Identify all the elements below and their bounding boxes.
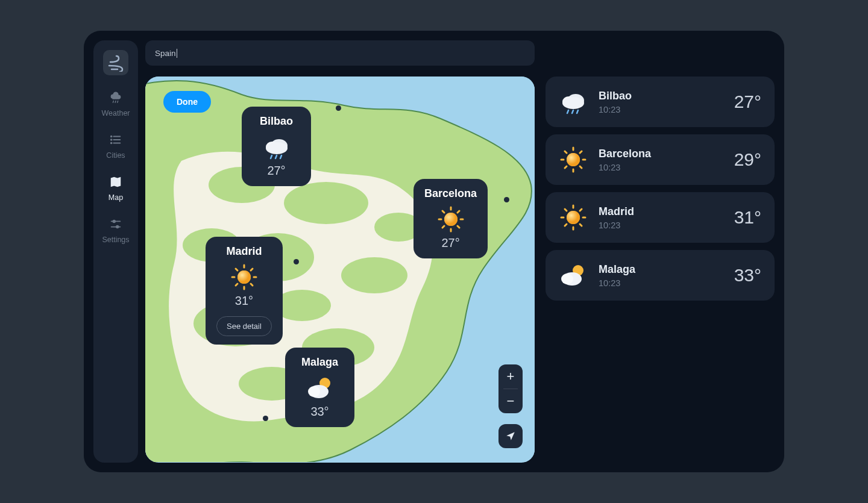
sun-icon bbox=[436, 205, 465, 234]
app-frame: Weather Cities Map Settings Spain bbox=[84, 31, 784, 472]
map-pin-bilbao[interactable]: Bilbao 27° bbox=[242, 107, 311, 186]
svg-line-20 bbox=[115, 101, 116, 103]
sliders-icon bbox=[109, 217, 122, 231]
svg-point-34 bbox=[284, 182, 368, 224]
zoom-controls: + − bbox=[498, 364, 523, 413]
nav-item-map[interactable]: Map bbox=[108, 175, 123, 202]
nav-item-cities[interactable]: Cities bbox=[106, 133, 125, 160]
svg-line-21 bbox=[118, 101, 118, 103]
city-info: Malaga 10:23 bbox=[599, 263, 723, 288]
city-card-malaga[interactable]: Malaga 10:23 33° bbox=[546, 250, 775, 301]
pin-temp: 33° bbox=[310, 405, 329, 419]
nav-item-weather[interactable]: Weather bbox=[101, 91, 130, 117]
city-name: Malaga bbox=[599, 263, 723, 276]
partly-cloudy-icon bbox=[559, 261, 588, 290]
city-time: 10:23 bbox=[599, 220, 723, 230]
city-time: 10:23 bbox=[599, 105, 723, 114]
pin-temp: 27° bbox=[267, 164, 285, 178]
sidebar: Weather Cities Map Settings bbox=[93, 40, 138, 463]
sun-icon bbox=[230, 263, 259, 292]
map-dot bbox=[294, 259, 299, 264]
city-info: Bilbao 10:23 bbox=[599, 90, 723, 114]
svg-point-27 bbox=[111, 143, 112, 144]
zoom-in-button[interactable]: + bbox=[498, 364, 523, 389]
city-temp: 27° bbox=[734, 92, 761, 112]
map-panel[interactable]: Done Bilbao 27° Barcelona 27° Madrid bbox=[145, 77, 535, 463]
main-content: Spain bbox=[145, 40, 775, 463]
svg-point-25 bbox=[111, 136, 112, 137]
map-pin-malaga[interactable]: Malaga 33° bbox=[285, 348, 354, 427]
city-info: Madrid 10:23 bbox=[599, 205, 723, 230]
nav-item-settings[interactable]: Settings bbox=[102, 217, 129, 244]
app-logo[interactable] bbox=[103, 50, 128, 75]
weather-icon bbox=[109, 91, 122, 104]
pin-temp: 27° bbox=[441, 236, 459, 250]
map-dot bbox=[504, 197, 509, 202]
search-input[interactable]: Spain bbox=[145, 40, 535, 66]
see-detail-button[interactable]: See detail bbox=[216, 316, 272, 336]
map-icon bbox=[109, 175, 122, 189]
search-value: Spain bbox=[155, 49, 177, 58]
svg-point-30 bbox=[113, 220, 115, 223]
map-dot bbox=[263, 416, 268, 421]
navigation-icon bbox=[505, 431, 516, 442]
content-row: Done Bilbao 27° Barcelona 27° Madrid bbox=[145, 77, 775, 463]
city-name: Bilbao bbox=[599, 90, 723, 102]
list-icon bbox=[109, 133, 122, 146]
pin-temp: 31° bbox=[235, 294, 253, 308]
zoom-out-button[interactable]: − bbox=[498, 389, 523, 413]
rain-icon bbox=[559, 87, 588, 116]
city-name: Madrid bbox=[599, 205, 723, 218]
done-button[interactable]: Done bbox=[163, 91, 211, 113]
city-card-barcelona[interactable]: Barcelona 10:23 29° bbox=[546, 134, 775, 185]
city-info: Barcelona 10:23 bbox=[599, 148, 723, 172]
map-pin-barcelona[interactable]: Barcelona 27° bbox=[414, 179, 488, 258]
city-temp: 33° bbox=[734, 265, 761, 286]
partly-cloudy-icon bbox=[306, 373, 335, 402]
sun-icon bbox=[559, 145, 588, 174]
city-card-bilbao[interactable]: Bilbao 10:23 27° bbox=[546, 77, 775, 127]
nav-label: Map bbox=[108, 193, 123, 202]
pin-name: Barcelona bbox=[424, 187, 477, 200]
svg-point-26 bbox=[111, 139, 112, 140]
nav-label: Settings bbox=[102, 236, 129, 244]
city-temp: 29° bbox=[734, 149, 761, 170]
map-pin-madrid[interactable]: Madrid 31° See detail bbox=[206, 237, 283, 345]
pin-name: Bilbao bbox=[260, 115, 293, 128]
city-time: 10:23 bbox=[599, 163, 723, 172]
pin-name: Madrid bbox=[226, 245, 262, 258]
pin-name: Malaga bbox=[301, 356, 338, 369]
city-list: Bilbao 10:23 27° Barcelona 10:23 29° bbox=[546, 77, 775, 463]
nav-label: Weather bbox=[101, 109, 130, 117]
city-card-madrid[interactable]: Madrid 10:23 31° bbox=[546, 192, 775, 243]
city-temp: 31° bbox=[734, 207, 761, 228]
wind-icon bbox=[107, 54, 125, 72]
map-dot bbox=[336, 105, 341, 111]
city-name: Barcelona bbox=[599, 148, 723, 160]
city-time: 10:23 bbox=[599, 278, 723, 288]
svg-point-31 bbox=[116, 226, 119, 228]
rain-icon bbox=[262, 133, 291, 161]
sun-icon bbox=[559, 203, 588, 232]
locate-button[interactable] bbox=[498, 424, 523, 448]
svg-line-19 bbox=[113, 101, 113, 103]
nav-label: Cities bbox=[106, 151, 125, 160]
svg-point-36 bbox=[341, 257, 407, 293]
